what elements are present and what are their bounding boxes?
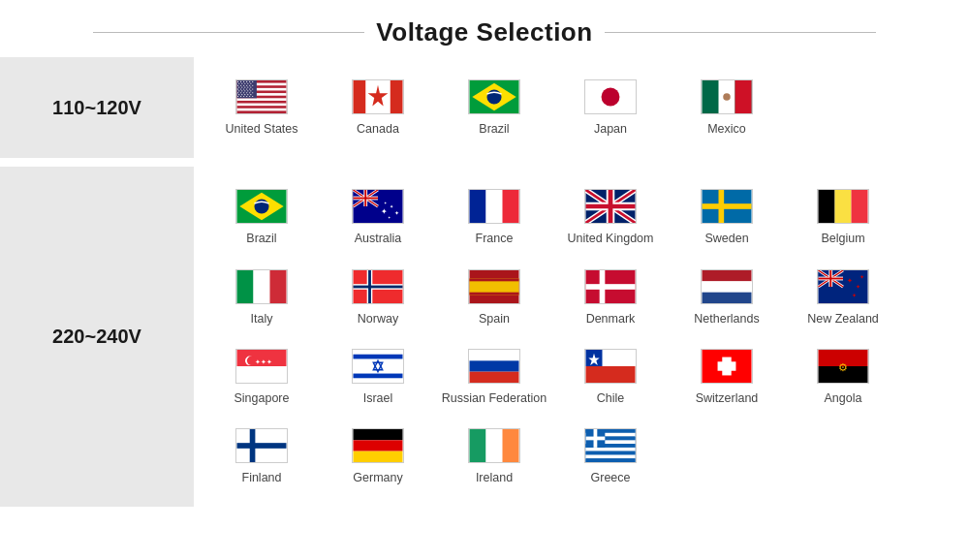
country-name-jp: Japan	[594, 121, 627, 137]
svg-point-44	[246, 92, 247, 93]
country-item-nz: ✦ ✦ ✦ ✦ New Zealand	[785, 261, 901, 334]
svg-rect-167	[354, 451, 403, 462]
svg-point-48	[241, 94, 242, 95]
country-name-no: Norway	[358, 311, 398, 327]
flag-it	[234, 268, 289, 305]
country-item-no: Norway	[320, 261, 436, 334]
svg-rect-170	[503, 429, 519, 462]
flag-dk	[583, 268, 638, 305]
svg-rect-123	[703, 281, 752, 292]
svg-rect-165	[354, 429, 403, 440]
country-name-ca: Canada	[357, 121, 399, 137]
svg-rect-117	[470, 278, 519, 281]
country-name-fr: France	[476, 231, 514, 246]
country-item-nl: Netherlands	[669, 261, 785, 334]
svg-rect-146	[354, 373, 403, 378]
flag-cl	[583, 348, 638, 385]
svg-point-41	[237, 92, 238, 93]
country-name-nl: Netherlands	[694, 311, 759, 327]
svg-point-51	[250, 94, 251, 95]
svg-rect-158	[718, 361, 736, 370]
svg-point-30	[237, 88, 238, 89]
svg-rect-108	[254, 270, 270, 303]
svg-rect-150	[470, 360, 519, 371]
country-item-ch: Switzerland	[669, 340, 785, 414]
country-item-se: Sweden	[669, 180, 785, 254]
svg-text:✦: ✦	[856, 283, 860, 289]
country-item-sg: ✦✦✦ Singapore	[203, 340, 320, 414]
svg-point-40	[250, 90, 251, 91]
flag-mx	[700, 78, 754, 115]
svg-rect-164	[237, 443, 287, 449]
country-item-dk: Denmark	[552, 261, 669, 334]
country-name-ao: Angola	[825, 390, 862, 406]
svg-point-26	[241, 87, 242, 88]
svg-point-33	[246, 88, 247, 89]
svg-point-46	[252, 92, 253, 93]
svg-point-14	[238, 83, 239, 84]
country-name-fi: Finland	[242, 470, 282, 485]
title-line-left	[93, 32, 364, 33]
svg-text:✦: ✦	[852, 293, 857, 298]
svg-rect-140	[237, 366, 287, 383]
country-item-ie: Ireland	[436, 420, 552, 493]
svg-text:✦: ✦	[847, 277, 853, 284]
svg-rect-106	[852, 190, 868, 223]
country-item-br: Brazil	[436, 71, 552, 144]
svg-text:✦: ✦	[860, 274, 864, 280]
flag-sg: ✦✦✦	[234, 348, 289, 385]
country-item-mx: Mexico	[669, 71, 785, 144]
country-item-be: Belgium	[785, 180, 901, 254]
svg-point-47	[238, 94, 239, 95]
country-name-us: United States	[225, 121, 297, 137]
svg-point-39	[247, 90, 248, 91]
country-item-fr: France	[436, 180, 552, 254]
country-name-gb: United Kingdom	[568, 231, 654, 246]
svg-point-9	[240, 81, 241, 82]
country-name-ch: Switzerland	[696, 390, 759, 406]
svg-rect-145	[354, 354, 403, 358]
country-item-fi: Finland	[203, 420, 320, 493]
flag-de	[351, 427, 405, 464]
country-item-cl: Chile	[552, 340, 669, 414]
country-item-au: ✦ ✦ ✦ ✦ ✦ Australia	[320, 180, 436, 254]
svg-rect-124	[703, 292, 752, 302]
flag-nl	[700, 268, 754, 305]
svg-rect-60	[391, 80, 403, 113]
country-item-gr: Greece	[552, 420, 669, 493]
voltage-label-1: 220~240V	[0, 164, 194, 507]
svg-rect-183	[586, 437, 606, 441]
flag-be	[816, 188, 870, 225]
country-name-dk: Denmark	[586, 311, 636, 327]
svg-rect-103	[703, 203, 752, 209]
svg-point-25	[238, 87, 239, 88]
country-item-gb: United Kingdom	[552, 180, 669, 254]
svg-point-20	[240, 85, 241, 86]
svg-point-15	[241, 83, 242, 84]
country-name-mx: Mexico	[707, 121, 746, 137]
flag-au: ✦ ✦ ✦ ✦ ✦	[351, 188, 405, 225]
svg-text:✦: ✦	[390, 204, 393, 209]
country-name-il: Israel	[363, 390, 393, 406]
country-name-nz: New Zealand	[807, 311, 879, 327]
svg-point-38	[244, 90, 245, 91]
svg-rect-109	[270, 270, 287, 303]
country-item-jp: Japan	[552, 71, 669, 144]
country-item-ca: Canada	[320, 71, 436, 144]
svg-point-19	[237, 85, 238, 86]
page-title-section: Voltage Selection	[0, 0, 969, 57]
country-item-ru: Russian Federation	[436, 340, 552, 414]
flag-nz: ✦ ✦ ✦ ✦	[816, 268, 870, 305]
svg-text:✦: ✦	[394, 211, 399, 217]
country-item-br: Brazil	[203, 180, 320, 254]
svg-rect-179	[586, 454, 636, 458]
country-name-it: Italy	[251, 311, 273, 327]
svg-point-36	[238, 90, 239, 91]
country-name-br: Brazil	[246, 231, 276, 246]
svg-point-34	[249, 88, 250, 89]
svg-point-37	[241, 90, 242, 91]
svg-rect-89	[470, 190, 486, 223]
svg-point-42	[240, 92, 241, 93]
svg-text:⚙: ⚙	[838, 360, 848, 372]
country-name-be: Belgium	[821, 231, 864, 246]
